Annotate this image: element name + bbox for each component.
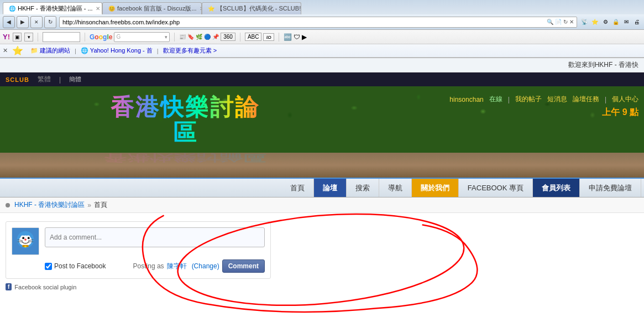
fav-label-1: 建議的網站: [40, 46, 70, 55]
sep2: [85, 33, 85, 41]
my-posts-link[interactable]: 我的帖子: [515, 95, 542, 104]
logo-container: 香港快樂討論區 香港快樂討論區: [102, 95, 268, 174]
google-label: Google: [90, 33, 112, 41]
fav-icon-2: 🌐: [81, 47, 88, 54]
nav-home[interactable]: 首頁: [281, 179, 314, 197]
nav-facebook-page[interactable]: FACEBOOK 專頁: [459, 179, 533, 197]
nav-guide-label: 導航: [388, 183, 402, 193]
fav-item-3[interactable]: 歡迎更多有趣元素 >: [163, 46, 217, 55]
fb-comment-submit[interactable]: Comment: [222, 259, 265, 273]
nav-apply-label: 申請免費論壇: [589, 183, 632, 193]
nav-buttons: ◀ ▶ ✕ ↻: [3, 16, 56, 28]
site-logo: 香港快樂討論區: [102, 95, 268, 145]
tab-label-hkhf: HKHF - 香港快樂討論區 - ...: [18, 4, 93, 13]
tab-label-sclub: 【SCLUB】代碼美化 - SCLUB!...: [217, 4, 301, 13]
user-status: 在線: [489, 95, 502, 104]
browser-chrome: 🌐 HKHF - 香港快樂討論區 - ... ✕ 😊 facebook 留言版 …: [0, 0, 644, 58]
abc-button[interactable]: ABC: [245, 33, 262, 41]
yahoo-search-area[interactable]: [43, 32, 80, 42]
user-info-bar: hinsonchan 在線 | 我的帖子 短消息 論壇任務 | 個人中心 上午 …: [449, 95, 638, 118]
az-button[interactable]: aↄ: [263, 33, 274, 41]
welcome-text: 歡迎來到HKHF - 香港快: [568, 61, 638, 69]
forward-button[interactable]: ▶: [17, 16, 29, 28]
sclub-label: SCLUB: [6, 76, 29, 83]
tools-icon[interactable]: ⚙: [601, 18, 610, 27]
page-icon3[interactable]: 🌿: [196, 34, 202, 40]
site-header: 香港快樂討論區 香港快樂討論區 hinsonchan 在線 | 我的帖子 短消息…: [0, 86, 644, 178]
nav-members[interactable]: 會員列表: [533, 179, 580, 197]
email-icon[interactable]: ✉: [622, 18, 631, 27]
messages-link[interactable]: 短消息: [547, 95, 567, 104]
page-icon2[interactable]: 🔖: [187, 34, 194, 40]
fav-item-1[interactable]: 📁 建議的網站: [30, 46, 70, 55]
tab-sclub[interactable]: ⭐ 【SCLUB】代碼美化 - SCLUB!... ✕: [202, 2, 301, 14]
stop-small-icon: ✕: [569, 19, 574, 25]
logo-reflection: 香港快樂討論區: [102, 152, 268, 164]
page-icon5[interactable]: 📌: [212, 34, 219, 40]
tab-icon-sclub: ⭐: [208, 6, 214, 12]
nav-members-label: 會員列表: [542, 183, 570, 193]
back-button[interactable]: ◀: [3, 16, 15, 28]
yahoo-icon1[interactable]: ▣: [13, 33, 22, 41]
fav-item-2[interactable]: 🌐 Yahoo! Hong Kong - 首: [81, 46, 153, 55]
print-icon[interactable]: 🖨: [632, 18, 641, 27]
refresh-button[interactable]: ↻: [44, 16, 56, 28]
refresh-small-icon: ↻: [563, 19, 568, 25]
search-icon: 🔍: [547, 19, 553, 25]
fb-comment-input[interactable]: [45, 227, 265, 247]
stop-button[interactable]: ✕: [30, 16, 43, 28]
safety-icon[interactable]: 🔒: [611, 18, 620, 27]
google-search-box[interactable]: G ▾: [114, 32, 170, 42]
sep4: [240, 33, 240, 41]
sclub-sep2: |: [59, 76, 61, 84]
username-link[interactable]: hinsonchan: [449, 96, 483, 103]
fb-comment-bottom: Post to Facebook Posting as 陳字軒 (Change)…: [12, 259, 265, 273]
highlight-btn[interactable]: 360: [221, 33, 235, 41]
fb-change-link[interactable]: (Change): [192, 262, 219, 270]
page-icon1[interactable]: 📰: [179, 34, 186, 40]
user-info-top: hinsonchan 在線 | 我的帖子 短消息 論壇任務 | 個人中心: [449, 95, 638, 104]
tab-label-fb: facebook 留言版 - Discuz版...: [117, 4, 197, 13]
fb-posting-username[interactable]: 陳字軒: [167, 262, 187, 271]
address-icons: 🔍 📄 ↻ ✕: [547, 19, 574, 25]
address-bar[interactable]: 🔍 📄 ↻ ✕: [59, 17, 577, 28]
fb-post-checkbox[interactable]: [45, 263, 52, 270]
nav-about[interactable]: 關於我們: [412, 179, 459, 197]
google-area: Google G ▾: [90, 32, 170, 42]
sclub-link-traditional[interactable]: 簡體: [69, 75, 81, 84]
browser-toolbar-icons: 📡 ⭐ ⚙ 🔒 ✉ 🖨: [580, 18, 641, 27]
personal-center-link[interactable]: 個人中心: [612, 95, 638, 104]
nav-apply[interactable]: 申請免費論壇: [580, 179, 641, 197]
tab-bar: 🌐 HKHF - 香港快樂討論區 - ... ✕ 😊 facebook 留言版 …: [0, 0, 644, 14]
translate-icon[interactable]: 🔤: [284, 33, 292, 41]
nav-forum[interactable]: 論壇: [314, 179, 347, 197]
sclub-header: SCLUB 繁體 | 簡體: [0, 72, 644, 86]
svg-point-6: [28, 237, 30, 239]
yahoo-icon2[interactable]: ▾: [24, 33, 33, 41]
welcome-bar: 歡迎來到HKHF - 香港快: [0, 58, 644, 72]
rss-icon[interactable]: 📡: [580, 18, 589, 27]
tab-hkhf[interactable]: 🌐 HKHF - 香港快樂討論區 - ... ✕: [3, 2, 102, 14]
tab-close-hkhf[interactable]: ✕: [96, 6, 100, 12]
page-icon4[interactable]: 🔵: [204, 34, 211, 40]
website-content: 歡迎來到HKHF - 香港快 SCLUB 繁體 | 簡體 香港快樂討論區 香港快…: [0, 58, 644, 317]
yahoo-search-input[interactable]: [45, 34, 78, 40]
nav-guide[interactable]: 導航: [379, 179, 412, 197]
bookmark-icon[interactable]: ⭐: [590, 18, 599, 27]
tab-facebook[interactable]: 😊 facebook 留言版 - Discuz版... ✕: [102, 2, 202, 14]
breadcrumb-site-link[interactable]: HKHF - 香港快樂討論區: [14, 200, 85, 210]
fav-sep-2: |: [157, 48, 159, 54]
nav-search-label: 搜索: [355, 183, 370, 193]
fav-label-3: 歡迎更多有趣元素 >: [163, 46, 217, 55]
fb-posting-as-text: Posting as: [133, 262, 164, 270]
google-dropdown-arrow[interactable]: ▾: [165, 34, 167, 40]
address-input[interactable]: [62, 19, 547, 25]
google-search-input[interactable]: [121, 34, 165, 40]
arrow-right-icon[interactable]: ▶: [302, 33, 307, 41]
forum-tasks-link[interactable]: 論壇任務: [573, 95, 599, 104]
hedge-bottom: [0, 153, 644, 178]
breadcrumb-dot: [6, 203, 10, 207]
security-icon[interactable]: 🛡: [294, 33, 300, 41]
nav-search[interactable]: 搜索: [347, 179, 379, 197]
star-icon: ⭐: [12, 45, 23, 56]
